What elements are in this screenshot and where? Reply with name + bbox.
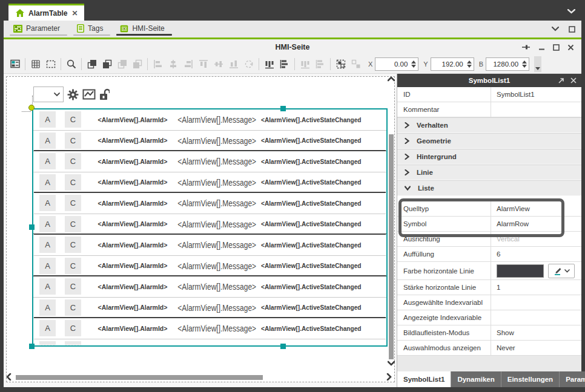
pin-icon[interactable]: [521, 44, 530, 51]
selection-handle-bottom-left[interactable]: [29, 344, 35, 349]
vertical-scroll-thumb[interactable]: [389, 134, 394, 359]
confirm-button[interactable]: C: [65, 132, 81, 149]
coord-input-y[interactable]: 192.00: [431, 57, 474, 71]
property-value[interactable]: [491, 102, 581, 117]
properties-panel-header[interactable]: SymbolList1: [397, 74, 581, 87]
property-value[interactable]: 1: [491, 280, 581, 295]
ack-button[interactable]: A: [39, 341, 56, 346]
float-window-icon[interactable]: [558, 77, 564, 84]
symbollist-element[interactable]: AC<AlarmView[].AlarmId><AlarmView[].Mess…: [32, 108, 388, 347]
canvas-vertical-scrollbar[interactable]: [387, 75, 395, 373]
property-value[interactable]: 6: [491, 247, 581, 261]
unlock-icon[interactable]: [99, 88, 110, 101]
ack-button[interactable]: A: [39, 132, 56, 149]
view-tab-tags[interactable]: Tags: [72, 21, 111, 38]
selection-handle-bottom-center[interactable]: [280, 344, 286, 349]
coord-value-x[interactable]: 0.00: [375, 58, 409, 70]
tab-alarmtable[interactable]: AlarmTable ✕: [8, 4, 84, 21]
property-value[interactable]: [491, 310, 581, 325]
maximize-view-icon[interactable]: [569, 26, 575, 33]
section-liste[interactable]: Liste: [397, 180, 581, 196]
confirm-button[interactable]: C: [65, 278, 81, 295]
coord-spinner-x[interactable]: [409, 58, 418, 70]
coord-input-x[interactable]: 0.00: [375, 57, 418, 71]
minimize-icon[interactable]: [538, 44, 545, 51]
panel-tab-einstellungen[interactable]: Einstellungen: [501, 371, 560, 387]
ack-button[interactable]: A: [39, 195, 56, 211]
section-hintergrund[interactable]: Hintergrund: [397, 149, 581, 165]
coord-value-y[interactable]: 192.00: [431, 58, 465, 70]
zoom-icon[interactable]: [64, 57, 79, 71]
confirm-button[interactable]: C: [65, 153, 81, 169]
section-geometrie[interactable]: Geometrie: [397, 133, 581, 149]
scroll-up-icon[interactable]: [388, 76, 395, 82]
selection-handle-top-center[interactable]: [280, 106, 286, 111]
property-value[interactable]: AlarmView: [491, 201, 581, 216]
horizontal-scroll-thumb[interactable]: [16, 375, 263, 380]
ack-button[interactable]: A: [39, 111, 56, 128]
view-tab-parameter[interactable]: Parameter: [8, 21, 68, 38]
panel-tab-dynamiken[interactable]: Dynamiken: [451, 371, 501, 387]
design-canvas[interactable]: AC<AlarmView[].AlarmId><AlarmView[].Mess…: [4, 74, 397, 387]
scroll-left-icon[interactable]: [6, 373, 12, 381]
confirm-button[interactable]: C: [65, 111, 81, 128]
ack-button[interactable]: A: [39, 299, 56, 316]
close-icon[interactable]: [567, 44, 574, 51]
confirm-button[interactable]: C: [65, 174, 81, 191]
property-value[interactable]: Never: [491, 341, 581, 355]
selection-frame-icon[interactable]: [43, 57, 58, 71]
gear-icon[interactable]: [67, 88, 79, 101]
property-value[interactable]: Vertical: [491, 232, 581, 246]
send-to-back-icon[interactable]: [99, 57, 114, 71]
selection-handle-top-left[interactable]: [28, 105, 35, 111]
canvas-horizontal-scrollbar[interactable]: [5, 373, 394, 382]
chart-icon[interactable]: [82, 88, 96, 100]
scroll-right-icon[interactable]: [386, 373, 392, 381]
property-value[interactable]: Show: [491, 325, 581, 340]
alarm-active-state-cell: <AlarmView[].ActiveStateChanged: [261, 151, 382, 171]
toolbar-overflow-scrollbar[interactable]: [534, 56, 541, 72]
panel-close-icon[interactable]: [570, 77, 577, 83]
coord-input-b[interactable]: 1280.00: [486, 57, 529, 71]
distribute-vertical-icon[interactable]: [277, 57, 292, 71]
tabbar-overflow-button[interactable]: [562, 4, 580, 19]
coord-value-b[interactable]: 1280.00: [486, 58, 520, 70]
confirm-button[interactable]: C: [65, 195, 81, 211]
line-color-swatch[interactable]: [497, 264, 544, 278]
confirm-button[interactable]: C: [65, 237, 81, 253]
section-linie[interactable]: Linie: [397, 165, 581, 180]
confirm-button[interactable]: C: [65, 258, 81, 274]
element-state-dropdown[interactable]: [33, 87, 64, 102]
coord-spinner-y[interactable]: [465, 58, 474, 70]
ack-button[interactable]: A: [39, 216, 56, 232]
ack-button[interactable]: A: [39, 174, 56, 191]
color-picker-button[interactable]: [548, 264, 575, 278]
bring-to-front-icon[interactable]: [84, 57, 99, 71]
panel-tab-parameter[interactable]: Parameter: [560, 371, 585, 387]
property-value[interactable]: AlarmRow: [491, 217, 581, 231]
distribute-horizontal-icon[interactable]: [262, 57, 277, 71]
confirm-button[interactable]: C: [65, 216, 81, 232]
coord-spinner-b[interactable]: [520, 58, 529, 70]
property-value[interactable]: SymbolList1: [491, 87, 581, 102]
ack-button[interactable]: A: [39, 258, 56, 274]
section-verhalten[interactable]: Verhalten: [397, 117, 581, 133]
view-tab-hmi-seite[interactable]: HMI-Seite: [115, 21, 173, 38]
selection-handle-left-middle[interactable]: [29, 224, 35, 230]
confirm-button[interactable]: C: [65, 320, 81, 336]
confirm-button[interactable]: C: [65, 299, 81, 316]
grid-icon[interactable]: [28, 57, 43, 71]
maximize-icon[interactable]: [553, 44, 560, 51]
ack-button[interactable]: A: [39, 237, 56, 253]
property-value[interactable]: [491, 295, 581, 310]
panel-tab-symbollist1[interactable]: SymbolList1: [397, 371, 451, 387]
views-dropdown-icon[interactable]: [552, 27, 559, 31]
ack-button[interactable]: A: [39, 320, 56, 336]
group-icon[interactable]: [333, 57, 348, 71]
project-tree-icon[interactable]: [7, 57, 22, 71]
ack-button[interactable]: A: [39, 153, 56, 169]
ack-button[interactable]: A: [39, 278, 56, 295]
scroll-down-icon[interactable]: [388, 361, 395, 366]
confirm-button[interactable]: C: [65, 341, 81, 346]
tab-close-icon[interactable]: ✕: [71, 9, 78, 18]
